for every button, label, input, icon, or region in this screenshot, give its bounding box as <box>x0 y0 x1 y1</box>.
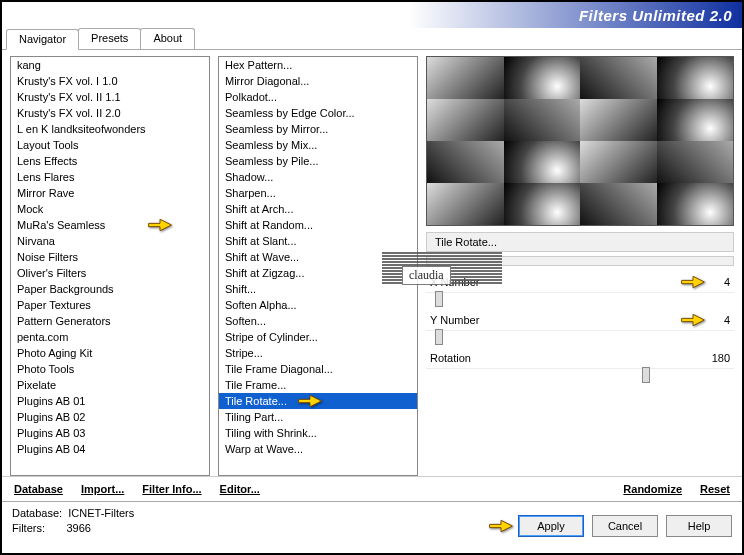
filter-item[interactable]: Shift at Arch... <box>219 201 417 217</box>
param-label: Rotation <box>430 352 700 364</box>
reset-link[interactable]: Reset <box>700 483 730 495</box>
param-row: Rotation180 <box>426 350 734 366</box>
param-slider[interactable] <box>426 330 734 344</box>
category-item[interactable]: Krusty's FX vol. II 1.1 <box>11 89 209 105</box>
filter-item[interactable]: Polkadot... <box>219 89 417 105</box>
filter-item[interactable]: Seamless by Mix... <box>219 137 417 153</box>
filter-item[interactable]: Soften Alpha... <box>219 297 417 313</box>
category-item[interactable]: Krusty's FX vol. II 2.0 <box>11 105 209 121</box>
filter-item[interactable]: Tile Rotate... <box>219 393 417 409</box>
help-button[interactable]: Help <box>666 515 732 537</box>
preview-column: Tile Rotate... X Number4Y Number4Rotatio… <box>426 56 734 476</box>
editor-link[interactable]: Editor... <box>220 483 260 495</box>
category-column: kangKrusty's FX vol. I 1.0Krusty's FX vo… <box>10 56 210 476</box>
category-item[interactable]: Plugins AB 04 <box>11 441 209 457</box>
app-title: Filters Unlimited 2.0 <box>579 7 732 24</box>
category-item[interactable]: Lens Effects <box>11 153 209 169</box>
param-row: Y Number4 <box>426 312 734 328</box>
filter-item[interactable]: Shift at Slant... <box>219 233 417 249</box>
filter-item[interactable]: Stripe... <box>219 345 417 361</box>
category-item[interactable]: Mirror Rave <box>11 185 209 201</box>
filter-item[interactable]: Stripe of Cylinder... <box>219 329 417 345</box>
tab-presets[interactable]: Presets <box>78 28 141 49</box>
category-item[interactable]: kang <box>11 57 209 73</box>
category-item[interactable]: Plugins AB 03 <box>11 425 209 441</box>
title-bar: Filters Unlimited 2.0 <box>2 2 742 28</box>
filter-item[interactable]: Warp at Wave... <box>219 441 417 457</box>
param-row: X Number4 <box>426 274 734 290</box>
status-text: Database: ICNET-Filters Filters: 3966 <box>12 506 134 537</box>
param-value: 4 <box>700 314 730 326</box>
category-item[interactable]: Pixelate <box>11 377 209 393</box>
category-list[interactable]: kangKrusty's FX vol. I 1.0Krusty's FX vo… <box>10 56 210 476</box>
filter-item[interactable]: Shift... <box>219 281 417 297</box>
filter-item[interactable]: Seamless by Pile... <box>219 153 417 169</box>
filter-item[interactable]: Tiling with Shrink... <box>219 425 417 441</box>
cancel-button[interactable]: Cancel <box>592 515 658 537</box>
filter-item[interactable]: Tiling Part... <box>219 409 417 425</box>
category-item[interactable]: Noise Filters <box>11 249 209 265</box>
parameter-panel: X Number4Y Number4Rotation180 <box>426 274 734 388</box>
filter-item[interactable]: Seamless by Edge Color... <box>219 105 417 121</box>
link-button-row: Database Import... Filter Info... Editor… <box>2 476 742 501</box>
param-slider[interactable] <box>426 292 734 306</box>
category-item[interactable]: Krusty's FX vol. I 1.0 <box>11 73 209 89</box>
filter-item[interactable]: Sharpen... <box>219 185 417 201</box>
selected-filter-title: Tile Rotate... <box>426 232 734 252</box>
category-item[interactable]: L en K landksiteofwonders <box>11 121 209 137</box>
filter-column: Hex Pattern...Mirror Diagonal...Polkadot… <box>218 56 418 476</box>
category-item[interactable]: Layout Tools <box>11 137 209 153</box>
tab-navigator[interactable]: Navigator <box>6 29 79 50</box>
tab-about[interactable]: About <box>140 28 195 49</box>
filter-item[interactable]: Seamless by Mirror... <box>219 121 417 137</box>
filter-item[interactable]: Tile Frame... <box>219 377 417 393</box>
filter-item[interactable]: Shift at Wave... <box>219 249 417 265</box>
database-link[interactable]: Database <box>14 483 63 495</box>
filter-item[interactable]: Tile Frame Diagonal... <box>219 361 417 377</box>
category-item[interactable]: Paper Textures <box>11 297 209 313</box>
progress-bar <box>426 256 734 266</box>
param-slider[interactable] <box>426 368 734 382</box>
pointing-hand-icon <box>297 391 323 411</box>
param-value: 4 <box>700 276 730 288</box>
category-item[interactable]: Mock <box>11 201 209 217</box>
randomize-link[interactable]: Randomize <box>623 483 682 495</box>
filter-item[interactable]: Shift at Zigzag... <box>219 265 417 281</box>
filter-item[interactable]: Shift at Random... <box>219 217 417 233</box>
param-value: 180 <box>700 352 730 364</box>
preview-image <box>426 56 734 226</box>
pointing-hand-icon <box>147 215 173 235</box>
bottom-bar: Database: ICNET-Filters Filters: 3966 Ap… <box>2 501 742 543</box>
param-label: Y Number <box>430 314 700 326</box>
category-item[interactable]: Paper Backgrounds <box>11 281 209 297</box>
apply-button[interactable]: Apply <box>518 515 584 537</box>
category-item[interactable]: Nirvana <box>11 233 209 249</box>
category-item[interactable]: MuRa's Seamless <box>11 217 209 233</box>
pointing-hand-icon <box>488 516 514 536</box>
tab-strip: Navigator Presets About <box>2 28 742 50</box>
filter-item[interactable]: Shadow... <box>219 169 417 185</box>
category-item[interactable]: Lens Flares <box>11 169 209 185</box>
filter-item[interactable]: Mirror Diagonal... <box>219 73 417 89</box>
category-item[interactable]: Plugins AB 02 <box>11 409 209 425</box>
category-item[interactable]: Oliver's Filters <box>11 265 209 281</box>
category-item[interactable]: Photo Aging Kit <box>11 345 209 361</box>
main-content: kangKrusty's FX vol. I 1.0Krusty's FX vo… <box>2 50 742 476</box>
category-item[interactable]: Photo Tools <box>11 361 209 377</box>
filter-item[interactable]: Hex Pattern... <box>219 57 417 73</box>
category-item[interactable]: Plugins AB 01 <box>11 393 209 409</box>
filter-list[interactable]: Hex Pattern...Mirror Diagonal...Polkadot… <box>218 56 418 476</box>
dialog-button-group: Apply Cancel Help <box>518 515 732 537</box>
category-item[interactable]: Pattern Generators <box>11 313 209 329</box>
filter-item[interactable]: Soften... <box>219 313 417 329</box>
filter-info-link[interactable]: Filter Info... <box>142 483 201 495</box>
import-link[interactable]: Import... <box>81 483 124 495</box>
category-item[interactable]: penta.com <box>11 329 209 345</box>
param-label: X Number <box>430 276 700 288</box>
